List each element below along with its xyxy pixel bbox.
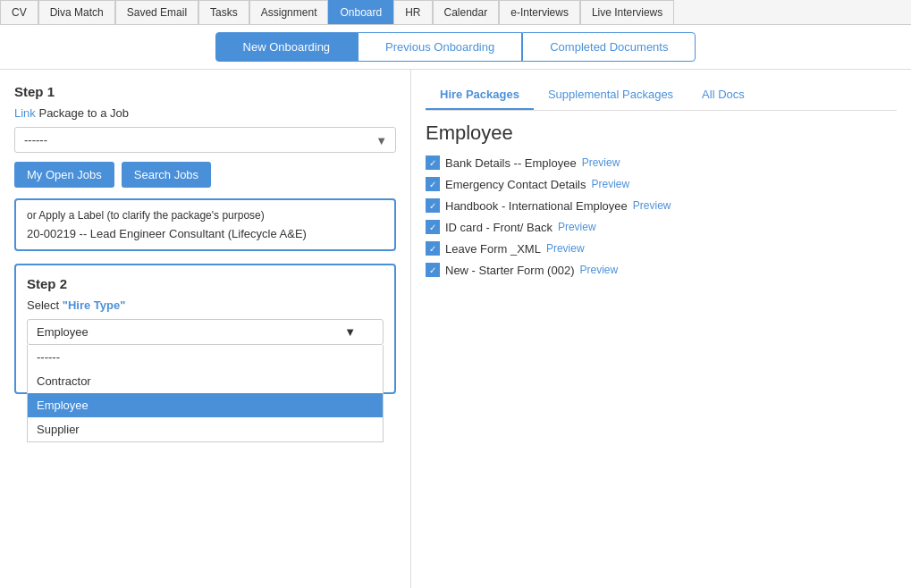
step2-label-highlight: "Hire Type" <box>63 298 126 312</box>
hire-type-value: Employee <box>37 325 89 339</box>
document-name: Bank Details -- Employee <box>445 156 577 170</box>
employee-section-title: Employee <box>426 122 897 145</box>
dropdown-option-employee[interactable]: Employee <box>28 393 383 417</box>
link-text: Link <box>14 106 36 120</box>
label-box-value: 20-00219 -- Lead Engineer Consultant (Li… <box>27 227 384 240</box>
document-item: ✓Handbook - International EmployeePrevie… <box>426 198 897 213</box>
top-nav-tab-hr[interactable]: HR <box>393 0 432 24</box>
link-rest: Package to a Job <box>36 106 129 120</box>
chevron-down-icon: ▼ <box>344 325 356 339</box>
sub-tab-completed-documents[interactable]: Completed Documents <box>522 32 696 62</box>
top-nav-tab-assignment[interactable]: Assignment <box>249 0 329 24</box>
document-name: New - Starter Form (002) <box>445 264 574 277</box>
document-checkbox[interactable]: ✓ <box>426 198 440 213</box>
document-item: ✓Leave Form _XMLPreview <box>426 241 897 256</box>
label-box: or Apply a Label (to clarify the package… <box>14 198 396 251</box>
top-nav-tab-tasks[interactable]: Tasks <box>198 0 249 24</box>
link-package-label: Link Package to a Job <box>14 106 396 120</box>
document-preview-link[interactable]: Preview <box>558 221 596 233</box>
document-preview-link[interactable]: Preview <box>592 178 630 190</box>
job-select-wrapper[interactable]: ------ ▼ <box>14 127 396 153</box>
document-item: ✓Emergency Contact DetailsPreview <box>426 177 897 191</box>
job-select-display[interactable]: ------ <box>14 127 396 153</box>
document-preview-link[interactable]: Preview <box>582 156 620 169</box>
document-preview-link[interactable]: Preview <box>579 264 618 276</box>
top-nav: CVDiva MatchSaved EmailTasksAssignmentOn… <box>0 0 911 25</box>
sub-tab-new-onboarding[interactable]: New Onboarding <box>215 32 358 62</box>
document-item: ✓ID card - Front/ BackPreview <box>426 220 897 234</box>
top-nav-tab-diva-match[interactable]: Diva Match <box>38 0 115 24</box>
dropdown-option-------[interactable]: ------ <box>28 345 383 369</box>
document-name: Leave Form _XML <box>445 242 541 256</box>
hire-type-display[interactable]: Employee ▼ <box>27 319 384 345</box>
dropdown-option-supplier[interactable]: Supplier <box>28 417 383 441</box>
top-nav-tab-live-interviews[interactable]: Live Interviews <box>580 0 674 24</box>
step2-hire-label: Select "Hire Type" <box>27 298 384 312</box>
document-name: ID card - Front/ Back <box>445 221 553 234</box>
document-checkbox[interactable]: ✓ <box>426 155 440 170</box>
job-btn-row: My Open Jobs Search Jobs <box>14 162 396 188</box>
label-box-desc: or Apply a Label (to clarify the package… <box>27 209 384 222</box>
hire-type-list: ------ContractorEmployeeSupplier <box>27 345 384 442</box>
top-nav-tab-calendar[interactable]: Calendar <box>433 0 500 24</box>
left-panel: Step 1 Link Package to a Job ------ ▼ My… <box>0 70 411 588</box>
step2-box: Step 2 Select "Hire Type" Employee ▼ ---… <box>14 264 396 394</box>
package-tab-hire-packages[interactable]: Hire Packages <box>426 80 534 110</box>
document-checkbox[interactable]: ✓ <box>426 263 440 277</box>
sub-header: New OnboardingPrevious OnboardingComplet… <box>0 25 911 70</box>
top-nav-tab-onboard[interactable]: Onboard <box>328 0 393 24</box>
document-list: ✓Bank Details -- EmployeePreview✓Emergen… <box>426 155 897 277</box>
my-open-jobs-button[interactable]: My Open Jobs <box>14 162 114 188</box>
document-checkbox[interactable]: ✓ <box>426 241 440 256</box>
step2-title: Step 2 <box>27 276 384 291</box>
hire-type-dropdown[interactable]: Employee ▼ ------ContractorEmployeeSuppl… <box>27 319 384 345</box>
package-tab-supplemental-packages[interactable]: Supplemental Packages <box>534 80 687 110</box>
package-tab-all-docs[interactable]: All Docs <box>687 80 759 110</box>
document-preview-link[interactable]: Preview <box>546 242 585 255</box>
document-preview-link[interactable]: Preview <box>633 199 671 212</box>
document-item: ✓New - Starter Form (002)Preview <box>426 263 897 277</box>
top-nav-tab-e-interviews[interactable]: e-Interviews <box>499 0 580 24</box>
document-item: ✓Bank Details -- EmployeePreview <box>426 155 897 170</box>
top-nav-tab-cv[interactable]: CV <box>0 0 38 24</box>
top-nav-tab-saved-email[interactable]: Saved Email <box>115 0 198 24</box>
right-panel: Hire PackagesSupplemental PackagesAll Do… <box>411 70 911 588</box>
document-name: Emergency Contact Details <box>445 178 586 191</box>
package-tabs: Hire PackagesSupplemental PackagesAll Do… <box>426 80 897 111</box>
search-jobs-button[interactable]: Search Jobs <box>122 162 211 188</box>
step2-label-text: Select <box>27 298 63 312</box>
step1-title: Step 1 <box>14 84 396 99</box>
document-name: Handbook - International Employee <box>445 199 628 213</box>
sub-tab-previous-onboarding[interactable]: Previous Onboarding <box>358 32 522 62</box>
document-checkbox[interactable]: ✓ <box>426 220 440 234</box>
document-checkbox[interactable]: ✓ <box>426 177 440 191</box>
main-content: Step 1 Link Package to a Job ------ ▼ My… <box>0 70 911 588</box>
dropdown-option-contractor[interactable]: Contractor <box>28 369 383 393</box>
